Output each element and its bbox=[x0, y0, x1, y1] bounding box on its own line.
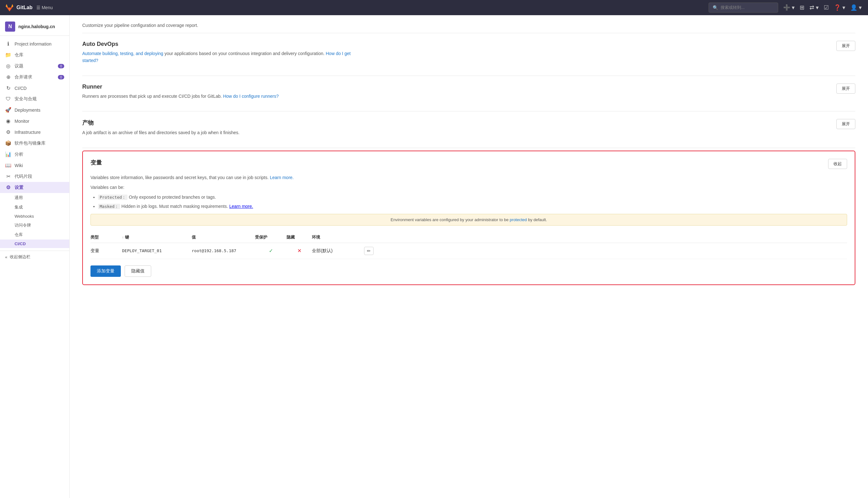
row-value: root@192.168.5.187 bbox=[192, 248, 255, 253]
merge-requests-button[interactable]: ⇄ ▾ bbox=[808, 3, 820, 12]
collapse-icon: « bbox=[5, 255, 7, 260]
sidebar-item-deployments[interactable]: 🚀 Deployments bbox=[0, 104, 69, 116]
artifacts-title: 产物 bbox=[82, 119, 239, 127]
row-protected: ✓ bbox=[255, 248, 286, 254]
sidebar-item-snippets[interactable]: ✂ 代码片段 bbox=[0, 171, 69, 182]
main-content: Customize your pipeline configuration an… bbox=[70, 15, 868, 498]
infrastructure-icon: ⚙ bbox=[5, 129, 11, 135]
sidebar-item-packages[interactable]: 📦 软件包与镜像库 bbox=[0, 137, 69, 149]
sidebar-sub-general[interactable]: 通用 bbox=[0, 193, 69, 202]
user-avatar-button[interactable]: 👤 ▾ bbox=[849, 3, 863, 12]
variables-section: 变量 收起 Variables store information, like … bbox=[82, 150, 855, 285]
add-variable-button[interactable]: 添加变量 bbox=[91, 265, 121, 277]
auto-devops-section: Auto DevOps Automate building, testing, … bbox=[82, 33, 855, 76]
runner-title: Runner bbox=[82, 83, 279, 90]
masked-learn-more-link[interactable]: Learn more. bbox=[229, 204, 253, 209]
masked-times-icon: ✕ bbox=[297, 248, 302, 253]
help-button[interactable]: ❓ ▾ bbox=[832, 3, 846, 12]
project-header: N nginx.halobug.cn bbox=[0, 18, 69, 36]
sidebar-sub-repository[interactable]: 仓库 bbox=[0, 230, 69, 239]
variables-title: 变量 bbox=[91, 159, 102, 167]
variables-collapse-button[interactable]: 收起 bbox=[828, 159, 847, 169]
todo-button[interactable]: ☑ bbox=[823, 3, 830, 12]
sidebar-item-yiti[interactable]: ◎ 议题 0 bbox=[0, 61, 69, 71]
sidebar-item-monitor[interactable]: ◉ Monitor bbox=[0, 116, 69, 127]
row-type: 变量 bbox=[91, 248, 122, 254]
sidebar-item-wiki[interactable]: 📖 Wiki bbox=[0, 160, 69, 171]
sort-arrow-icon: ↑ bbox=[122, 235, 124, 239]
variables-learn-more-link[interactable]: Learn more. bbox=[270, 175, 294, 180]
sidebar-item-cicd[interactable]: ↻ CI/CD bbox=[0, 82, 69, 94]
col-env-header: 环境 bbox=[312, 234, 359, 240]
search-icon: 🔍 bbox=[713, 5, 718, 10]
variables-can-be-text: Variables can be: bbox=[91, 185, 847, 190]
variables-header: 变量 收起 bbox=[91, 159, 847, 169]
artifacts-section: 产物 A job artifact is an archive of files… bbox=[82, 112, 855, 148]
menu-button[interactable]: ☰ Menu bbox=[36, 5, 53, 10]
sidebar-sub-access-tokens[interactable]: 访问令牌 bbox=[0, 221, 69, 230]
security-icon: 🛡 bbox=[5, 96, 11, 102]
issues-badge: 0 bbox=[58, 64, 64, 68]
sidebar-item-infrastructure[interactable]: ⚙ Infrastructure bbox=[0, 127, 69, 137]
new-item-button[interactable]: ➕ ▾ bbox=[782, 3, 796, 12]
sidebar-collapse-button[interactable]: « 收起侧边栏 bbox=[0, 251, 69, 263]
reveal-values-button[interactable]: 隐藏值 bbox=[125, 265, 151, 277]
row-env: 全部(默认) bbox=[312, 248, 359, 254]
merge-requests-icon: ⊕ bbox=[5, 74, 11, 80]
analytics-icon: 📊 bbox=[5, 151, 11, 157]
auto-devops-desc: Automate building, testing, and deployin… bbox=[82, 50, 367, 64]
wiki-icon: 📖 bbox=[5, 162, 11, 168]
snippets-icon: ✂ bbox=[5, 173, 11, 179]
auto-devops-title: Auto DevOps bbox=[82, 41, 367, 48]
sidebar-item-settings[interactable]: ⚙ 设置 bbox=[0, 182, 69, 193]
col-key-header[interactable]: ↑ 键 bbox=[122, 234, 192, 240]
issues-icon: ◎ bbox=[5, 63, 11, 69]
variables-desc1: Variables store information, like passwo… bbox=[91, 174, 375, 181]
sidebar-item-analytics[interactable]: 📊 分析 bbox=[0, 149, 69, 160]
runner-header: Runner Runners are processes that pick u… bbox=[82, 83, 855, 100]
sidebar-sub-cicd[interactable]: CI/CD bbox=[0, 239, 69, 248]
variables-actions: 添加变量 隐藏值 bbox=[91, 265, 847, 277]
protected-check-icon: ✓ bbox=[269, 248, 273, 253]
artifacts-desc: A job artifact is an archive of files an… bbox=[82, 129, 239, 136]
sidebar-item-merge-requests[interactable]: ⊕ 合并请求 0 bbox=[0, 71, 69, 82]
layout: N nginx.halobug.cn ℹ Project information… bbox=[0, 15, 868, 498]
variables-list-item-protected: Protected： Only exposed to protected bra… bbox=[98, 194, 847, 201]
gitlab-logo: GitLab bbox=[5, 3, 32, 12]
sidebar-item-cangku[interactable]: 📁 仓库 bbox=[0, 49, 69, 61]
cicd-icon: ↻ bbox=[5, 85, 11, 91]
search-bar[interactable]: 🔍 搜索或转到... bbox=[709, 2, 778, 13]
project-name: nginx.halobug.cn bbox=[18, 24, 55, 29]
top-nav: GitLab ☰ Menu 🔍 搜索或转到... ➕ ▾ ⊞ ⇄ ▾ ☑ ❓ ▾… bbox=[0, 0, 868, 15]
artifacts-header: 产物 A job artifact is an archive of files… bbox=[82, 119, 855, 136]
nav-icons: ➕ ▾ ⊞ ⇄ ▾ ☑ ❓ ▾ 👤 ▾ bbox=[782, 3, 863, 12]
sidebar-sub-webhooks[interactable]: Webhooks bbox=[0, 212, 69, 221]
runner-config-link[interactable]: How do I configure runners? bbox=[223, 94, 279, 99]
repository-icon: 📁 bbox=[5, 52, 11, 58]
runner-section: Runner Runners are processes that pick u… bbox=[82, 76, 855, 112]
artifacts-expand-button[interactable]: 展开 bbox=[836, 119, 855, 129]
row-key: DEPLOY_TARGET_01 bbox=[122, 248, 192, 253]
sidebar-item-project-info[interactable]: ℹ Project information bbox=[0, 38, 69, 49]
sidebar: N nginx.halobug.cn ℹ Project information… bbox=[0, 15, 70, 498]
packages-icon: 📦 bbox=[5, 140, 11, 146]
runner-expand-button[interactable]: 展开 bbox=[836, 83, 855, 94]
auto-devops-link1[interactable]: Automate building, testing, and deployin… bbox=[82, 51, 163, 56]
row-masked: ✕ bbox=[286, 248, 312, 254]
runner-desc: Runners are processes that pick up and e… bbox=[82, 93, 279, 100]
settings-icon: ⚙ bbox=[5, 184, 11, 191]
auto-devops-expand-button[interactable]: 展开 bbox=[836, 41, 855, 51]
sidebar-sub-integrations[interactable]: 集成 bbox=[0, 202, 69, 212]
col-value-header: 值 bbox=[192, 234, 255, 240]
row-actions: ✏ bbox=[359, 247, 378, 255]
issues-button[interactable]: ⊞ bbox=[798, 3, 806, 12]
col-type-header: 类型 bbox=[91, 234, 122, 240]
gitlab-name: GitLab bbox=[16, 5, 32, 11]
top-fade-text: Customize your pipeline configuration an… bbox=[82, 23, 855, 33]
edit-variable-button[interactable]: ✏ bbox=[364, 247, 374, 255]
protected-link[interactable]: protected bbox=[510, 217, 527, 222]
monitor-icon: ◉ bbox=[5, 118, 11, 124]
sidebar-item-security[interactable]: 🛡 安全与合规 bbox=[0, 94, 69, 104]
deployments-icon: 🚀 bbox=[5, 107, 11, 113]
variables-list: Protected： Only exposed to protected bra… bbox=[91, 194, 847, 210]
